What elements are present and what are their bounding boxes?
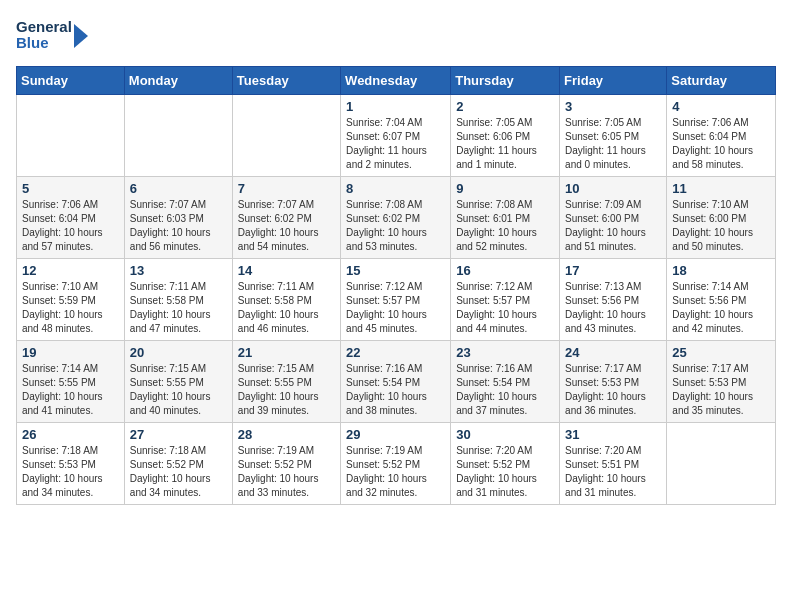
weekday-header-monday: Monday <box>124 67 232 95</box>
day-number: 5 <box>22 181 119 196</box>
day-cell-14: 14Sunrise: 7:11 AMSunset: 5:58 PMDayligh… <box>232 259 340 341</box>
week-row-5: 26Sunrise: 7:18 AMSunset: 5:53 PMDayligh… <box>17 423 776 505</box>
logo: GeneralBlue <box>16 16 96 56</box>
day-cell-5: 5Sunrise: 7:06 AMSunset: 6:04 PMDaylight… <box>17 177 125 259</box>
day-info: Sunrise: 7:17 AMSunset: 5:53 PMDaylight:… <box>565 362 661 418</box>
day-cell-27: 27Sunrise: 7:18 AMSunset: 5:52 PMDayligh… <box>124 423 232 505</box>
page-header: GeneralBlue <box>16 16 776 56</box>
empty-cell <box>667 423 776 505</box>
day-cell-26: 26Sunrise: 7:18 AMSunset: 5:53 PMDayligh… <box>17 423 125 505</box>
weekday-header-thursday: Thursday <box>451 67 560 95</box>
week-row-3: 12Sunrise: 7:10 AMSunset: 5:59 PMDayligh… <box>17 259 776 341</box>
day-cell-25: 25Sunrise: 7:17 AMSunset: 5:53 PMDayligh… <box>667 341 776 423</box>
day-info: Sunrise: 7:08 AMSunset: 6:02 PMDaylight:… <box>346 198 445 254</box>
day-info: Sunrise: 7:10 AMSunset: 6:00 PMDaylight:… <box>672 198 770 254</box>
day-number: 6 <box>130 181 227 196</box>
day-info: Sunrise: 7:05 AMSunset: 6:06 PMDaylight:… <box>456 116 554 172</box>
day-cell-28: 28Sunrise: 7:19 AMSunset: 5:52 PMDayligh… <box>232 423 340 505</box>
day-number: 21 <box>238 345 335 360</box>
day-info: Sunrise: 7:14 AMSunset: 5:55 PMDaylight:… <box>22 362 119 418</box>
day-number: 26 <box>22 427 119 442</box>
day-info: Sunrise: 7:19 AMSunset: 5:52 PMDaylight:… <box>346 444 445 500</box>
day-number: 13 <box>130 263 227 278</box>
empty-cell <box>124 95 232 177</box>
day-info: Sunrise: 7:15 AMSunset: 5:55 PMDaylight:… <box>130 362 227 418</box>
day-cell-12: 12Sunrise: 7:10 AMSunset: 5:59 PMDayligh… <box>17 259 125 341</box>
day-number: 2 <box>456 99 554 114</box>
weekday-header-friday: Friday <box>560 67 667 95</box>
day-number: 4 <box>672 99 770 114</box>
weekday-header-sunday: Sunday <box>17 67 125 95</box>
svg-marker-2 <box>74 24 88 48</box>
day-cell-16: 16Sunrise: 7:12 AMSunset: 5:57 PMDayligh… <box>451 259 560 341</box>
day-number: 10 <box>565 181 661 196</box>
weekday-header-row: SundayMondayTuesdayWednesdayThursdayFrid… <box>17 67 776 95</box>
day-info: Sunrise: 7:11 AMSunset: 5:58 PMDaylight:… <box>238 280 335 336</box>
day-cell-3: 3Sunrise: 7:05 AMSunset: 6:05 PMDaylight… <box>560 95 667 177</box>
day-cell-21: 21Sunrise: 7:15 AMSunset: 5:55 PMDayligh… <box>232 341 340 423</box>
day-number: 1 <box>346 99 445 114</box>
empty-cell <box>17 95 125 177</box>
day-info: Sunrise: 7:05 AMSunset: 6:05 PMDaylight:… <box>565 116 661 172</box>
day-info: Sunrise: 7:20 AMSunset: 5:52 PMDaylight:… <box>456 444 554 500</box>
day-cell-2: 2Sunrise: 7:05 AMSunset: 6:06 PMDaylight… <box>451 95 560 177</box>
svg-text:Blue: Blue <box>16 34 49 51</box>
day-cell-1: 1Sunrise: 7:04 AMSunset: 6:07 PMDaylight… <box>341 95 451 177</box>
day-info: Sunrise: 7:07 AMSunset: 6:02 PMDaylight:… <box>238 198 335 254</box>
day-cell-8: 8Sunrise: 7:08 AMSunset: 6:02 PMDaylight… <box>341 177 451 259</box>
empty-cell <box>232 95 340 177</box>
day-number: 31 <box>565 427 661 442</box>
day-info: Sunrise: 7:17 AMSunset: 5:53 PMDaylight:… <box>672 362 770 418</box>
day-info: Sunrise: 7:12 AMSunset: 5:57 PMDaylight:… <box>456 280 554 336</box>
day-cell-20: 20Sunrise: 7:15 AMSunset: 5:55 PMDayligh… <box>124 341 232 423</box>
day-info: Sunrise: 7:04 AMSunset: 6:07 PMDaylight:… <box>346 116 445 172</box>
day-info: Sunrise: 7:20 AMSunset: 5:51 PMDaylight:… <box>565 444 661 500</box>
day-info: Sunrise: 7:08 AMSunset: 6:01 PMDaylight:… <box>456 198 554 254</box>
day-cell-31: 31Sunrise: 7:20 AMSunset: 5:51 PMDayligh… <box>560 423 667 505</box>
day-number: 3 <box>565 99 661 114</box>
day-number: 16 <box>456 263 554 278</box>
day-number: 18 <box>672 263 770 278</box>
day-number: 27 <box>130 427 227 442</box>
day-number: 8 <box>346 181 445 196</box>
day-info: Sunrise: 7:07 AMSunset: 6:03 PMDaylight:… <box>130 198 227 254</box>
day-cell-4: 4Sunrise: 7:06 AMSunset: 6:04 PMDaylight… <box>667 95 776 177</box>
day-info: Sunrise: 7:19 AMSunset: 5:52 PMDaylight:… <box>238 444 335 500</box>
day-number: 25 <box>672 345 770 360</box>
day-cell-11: 11Sunrise: 7:10 AMSunset: 6:00 PMDayligh… <box>667 177 776 259</box>
day-number: 9 <box>456 181 554 196</box>
day-cell-22: 22Sunrise: 7:16 AMSunset: 5:54 PMDayligh… <box>341 341 451 423</box>
day-cell-13: 13Sunrise: 7:11 AMSunset: 5:58 PMDayligh… <box>124 259 232 341</box>
week-row-1: 1Sunrise: 7:04 AMSunset: 6:07 PMDaylight… <box>17 95 776 177</box>
day-number: 24 <box>565 345 661 360</box>
day-cell-6: 6Sunrise: 7:07 AMSunset: 6:03 PMDaylight… <box>124 177 232 259</box>
weekday-header-tuesday: Tuesday <box>232 67 340 95</box>
day-info: Sunrise: 7:12 AMSunset: 5:57 PMDaylight:… <box>346 280 445 336</box>
day-cell-15: 15Sunrise: 7:12 AMSunset: 5:57 PMDayligh… <box>341 259 451 341</box>
day-cell-24: 24Sunrise: 7:17 AMSunset: 5:53 PMDayligh… <box>560 341 667 423</box>
day-info: Sunrise: 7:15 AMSunset: 5:55 PMDaylight:… <box>238 362 335 418</box>
day-info: Sunrise: 7:13 AMSunset: 5:56 PMDaylight:… <box>565 280 661 336</box>
day-number: 14 <box>238 263 335 278</box>
day-cell-30: 30Sunrise: 7:20 AMSunset: 5:52 PMDayligh… <box>451 423 560 505</box>
week-row-4: 19Sunrise: 7:14 AMSunset: 5:55 PMDayligh… <box>17 341 776 423</box>
day-cell-17: 17Sunrise: 7:13 AMSunset: 5:56 PMDayligh… <box>560 259 667 341</box>
day-cell-9: 9Sunrise: 7:08 AMSunset: 6:01 PMDaylight… <box>451 177 560 259</box>
day-number: 30 <box>456 427 554 442</box>
day-number: 19 <box>22 345 119 360</box>
day-number: 12 <box>22 263 119 278</box>
day-cell-18: 18Sunrise: 7:14 AMSunset: 5:56 PMDayligh… <box>667 259 776 341</box>
day-info: Sunrise: 7:10 AMSunset: 5:59 PMDaylight:… <box>22 280 119 336</box>
logo-svg: GeneralBlue <box>16 16 96 56</box>
day-info: Sunrise: 7:16 AMSunset: 5:54 PMDaylight:… <box>456 362 554 418</box>
day-cell-10: 10Sunrise: 7:09 AMSunset: 6:00 PMDayligh… <box>560 177 667 259</box>
week-row-2: 5Sunrise: 7:06 AMSunset: 6:04 PMDaylight… <box>17 177 776 259</box>
weekday-header-saturday: Saturday <box>667 67 776 95</box>
day-number: 17 <box>565 263 661 278</box>
svg-text:General: General <box>16 18 72 35</box>
weekday-header-wednesday: Wednesday <box>341 67 451 95</box>
day-info: Sunrise: 7:06 AMSunset: 6:04 PMDaylight:… <box>672 116 770 172</box>
day-number: 7 <box>238 181 335 196</box>
day-info: Sunrise: 7:14 AMSunset: 5:56 PMDaylight:… <box>672 280 770 336</box>
day-cell-23: 23Sunrise: 7:16 AMSunset: 5:54 PMDayligh… <box>451 341 560 423</box>
